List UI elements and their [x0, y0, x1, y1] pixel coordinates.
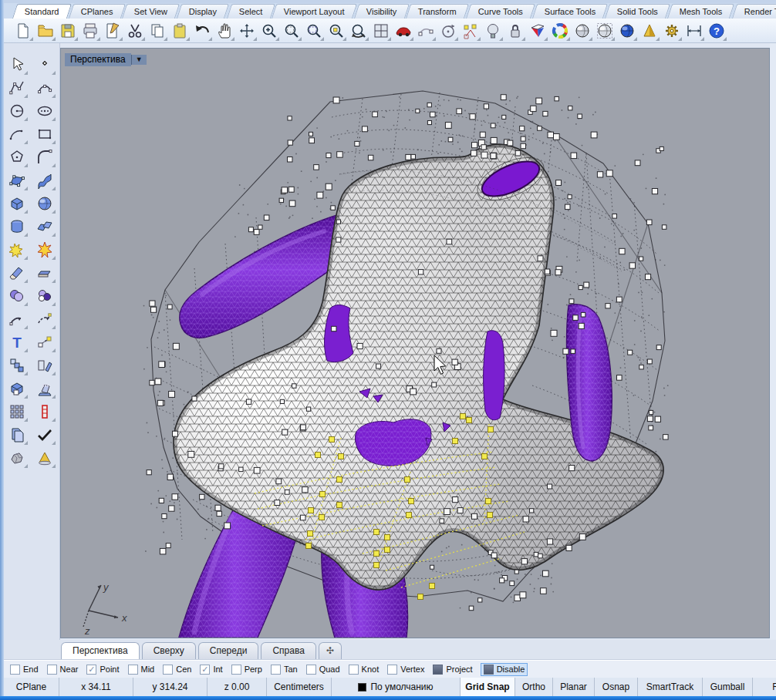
status-units[interactable]: Centimeters	[267, 678, 332, 696]
viewport-tab-спереди[interactable]: Спереди	[198, 642, 259, 659]
lightbulb-icon[interactable]	[484, 22, 502, 40]
array-grid-tool-icon[interactable]	[6, 402, 28, 421]
eraser-flat-tool-icon[interactable]	[34, 264, 56, 282]
block-tool-icon[interactable]	[6, 379, 28, 398]
perspective-viewport[interactable]: y x z	[60, 48, 770, 638]
gears-icon[interactable]	[663, 22, 681, 40]
move-points-tool-icon[interactable]	[34, 333, 56, 352]
osnap-checkbox[interactable]	[47, 665, 57, 675]
rotate-view-icon[interactable]	[238, 22, 256, 40]
osnap-quad[interactable]: Quad	[306, 665, 340, 675]
osnap-knot[interactable]: Knot	[349, 665, 380, 675]
osnap-mid[interactable]: Mid	[128, 665, 155, 675]
ellipse-tool-icon[interactable]	[34, 102, 56, 120]
menu-tab-viewport-layout[interactable]: Viewport Layout	[272, 4, 357, 19]
circle-tool-icon[interactable]	[6, 102, 28, 120]
menu-tab-select[interactable]: Select	[226, 4, 275, 19]
status-osnap[interactable]: Osnap	[595, 678, 638, 696]
zoom-back-icon[interactable]	[349, 22, 368, 40]
surface-curved-tool-icon[interactable]	[34, 171, 56, 190]
osnap-checkbox[interactable]	[271, 665, 281, 675]
help-icon[interactable]: ?	[707, 22, 726, 40]
menu-tab-surface-tools[interactable]: Surface Tools	[532, 4, 609, 19]
sphere-shaded-icon[interactable]	[573, 22, 592, 40]
menu-tab-cplanes[interactable]: CPlanes	[69, 4, 126, 19]
menu-tab-transform[interactable]: Transform	[406, 4, 469, 19]
rectangle-tool-icon[interactable]	[34, 125, 56, 143]
export-icon[interactable]	[103, 22, 122, 40]
viewport-layout-icon[interactable]	[372, 22, 390, 40]
fillet-corner-tool-icon[interactable]	[34, 148, 56, 167]
print-icon[interactable]	[81, 22, 100, 40]
osnap-toggle-icon[interactable]	[433, 665, 443, 675]
select-tool-icon[interactable]	[6, 56, 28, 74]
pan-icon[interactable]	[215, 22, 234, 40]
box-tool-icon[interactable]	[6, 194, 28, 213]
group-tool-icon[interactable]	[6, 426, 28, 444]
viewport-tab-сверху[interactable]: Сверху	[142, 642, 196, 659]
osnap-checkbox[interactable]: ✓	[200, 665, 210, 675]
extend-curve-tool-icon[interactable]	[34, 310, 56, 328]
status-grid-snap[interactable]: Grid Snap	[461, 678, 515, 696]
copy-icon[interactable]	[148, 22, 167, 40]
surface-points-tool-icon[interactable]	[6, 171, 28, 190]
rotate-plane-tool-icon[interactable]	[34, 356, 56, 375]
paste-icon[interactable]	[170, 22, 189, 40]
osnap-tan[interactable]: Tan	[271, 665, 298, 675]
spheres-blend-tool-icon[interactable]	[6, 287, 28, 305]
osnap-cen[interactable]: Cen	[163, 665, 191, 675]
undo-icon[interactable]	[193, 22, 211, 40]
osnap-end[interactable]: End	[10, 665, 39, 675]
point-tool-icon[interactable]	[34, 56, 56, 74]
status-coord-z[interactable]: z 0.00	[207, 678, 267, 696]
open-file-icon[interactable]	[36, 22, 55, 40]
status-coord-y[interactable]: y 314.24	[133, 678, 207, 696]
rendered-display-icon[interactable]	[551, 22, 569, 40]
surfaces-tool-icon[interactable]	[34, 217, 56, 236]
menu-tab-solid-tools[interactable]: Solid Tools	[605, 4, 670, 19]
osnap-disable[interactable]: Disable	[481, 664, 528, 675]
osnap-checkbox[interactable]	[349, 665, 359, 675]
osnap-point[interactable]: ✓Point	[86, 665, 119, 675]
sphere-ghosted-icon[interactable]	[595, 22, 614, 40]
new-viewport-tab-button[interactable]: ✣	[319, 642, 342, 659]
shaded-display-icon[interactable]	[528, 22, 547, 40]
osnap-checkbox[interactable]	[163, 665, 173, 675]
save-icon[interactable]	[59, 22, 77, 40]
status-coord-x[interactable]: x 34.11	[59, 678, 133, 696]
menu-tab-display[interactable]: Display	[177, 4, 229, 19]
lock-icon[interactable]	[506, 22, 525, 40]
new-file-icon[interactable]	[14, 22, 32, 40]
osnap-near[interactable]: Near	[47, 665, 79, 675]
zoom-extents-icon[interactable]	[305, 22, 323, 40]
text-tool-icon[interactable]: T	[6, 333, 28, 352]
viewport-tab-справа[interactable]: Справа	[261, 642, 315, 659]
viewport-tab-перспектива[interactable]: Перспектива	[61, 642, 140, 659]
osnap-vertex[interactable]: Vertex	[387, 665, 424, 675]
menu-tab-set-view[interactable]: Set View	[122, 4, 180, 19]
osnap-perp[interactable]: Perp	[231, 665, 262, 675]
curve-interpolated-tool-icon[interactable]	[34, 79, 56, 97]
menu-tab-mesh-tools[interactable]: Mesh Tools	[667, 4, 735, 19]
menu-tab-curve-tools[interactable]: Curve Tools	[466, 4, 535, 19]
osnap-project[interactable]: Project	[433, 665, 472, 675]
spheres-dark-tool-icon[interactable]	[34, 287, 56, 305]
osnap-checkbox[interactable]	[387, 665, 397, 675]
polygon-tool-icon[interactable]	[6, 148, 28, 167]
status-ortho[interactable]: Ortho	[515, 678, 553, 696]
zoom-selected-icon[interactable]	[327, 22, 346, 40]
array-polar-tool-icon[interactable]	[34, 379, 56, 398]
status-planar[interactable]: Planar	[553, 678, 595, 696]
render-cone-icon[interactable]	[640, 22, 659, 40]
control-points-on-icon[interactable]	[461, 22, 480, 40]
zoom-window-icon[interactable]	[282, 22, 301, 40]
check-tool-icon[interactable]	[34, 426, 56, 444]
status-record-history[interactable]: Rec	[753, 678, 776, 696]
curve-points-icon[interactable]	[417, 22, 435, 40]
viewport-title-text[interactable]: Перспектива	[65, 53, 131, 66]
cut-icon[interactable]	[126, 22, 144, 40]
osnap-checkbox[interactable]	[231, 665, 241, 675]
boolean-union-tool-icon[interactable]	[6, 241, 28, 259]
eraser-tool-icon[interactable]	[6, 264, 28, 282]
rotate-circle-icon[interactable]	[439, 22, 457, 40]
